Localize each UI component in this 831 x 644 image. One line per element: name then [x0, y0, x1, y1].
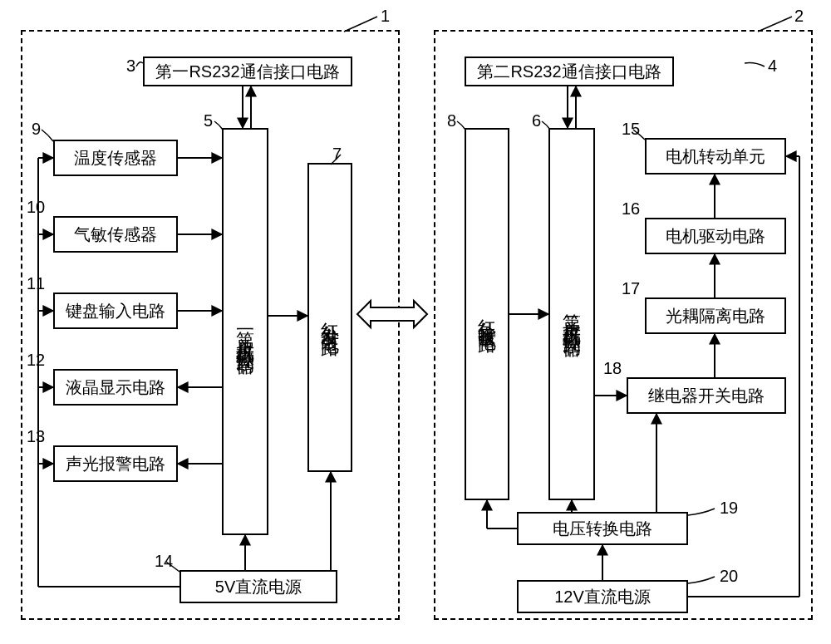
connectors — [0, 0, 831, 644]
